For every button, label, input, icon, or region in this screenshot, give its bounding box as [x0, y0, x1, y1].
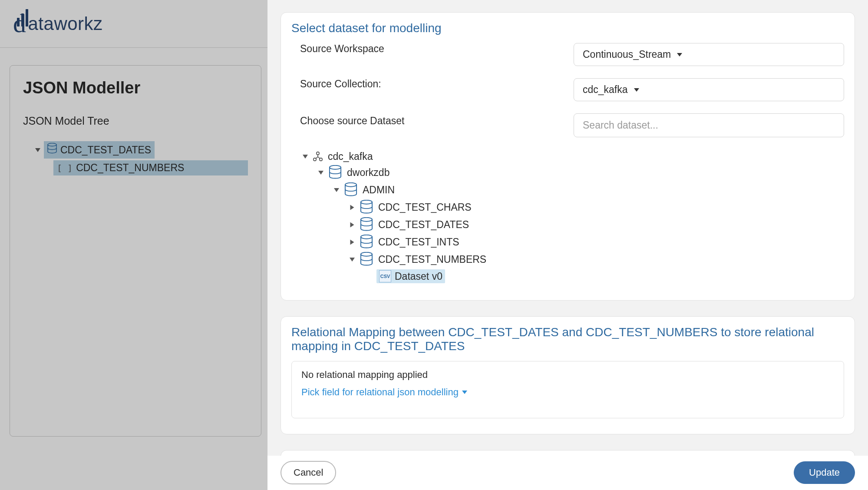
svg-point-6 [361, 200, 372, 204]
tree-node-db[interactable]: dworkzdb [316, 164, 844, 181]
tree-node-table[interactable]: CDC_TEST_INTS [347, 233, 844, 251]
source-workspace-dropdown[interactable]: Continuous_Stream [574, 43, 844, 66]
chevron-down-icon [303, 155, 308, 159]
svg-point-7 [361, 218, 372, 222]
tree-node-label: dworkzdb [347, 167, 389, 179]
tree-node-label: CDC_TEST_INTS [378, 236, 459, 248]
source-collection-dropdown[interactable]: cdc_kafka [574, 78, 844, 101]
chevron-down-icon [350, 258, 355, 262]
tree-node-label: ADMIN [363, 184, 395, 196]
tree-node-table[interactable]: CDC_TEST_NUMBERS [347, 251, 844, 268]
chevron-down-icon [462, 391, 467, 394]
dropdown-value: Continuous_Stream [583, 49, 671, 60]
tree-node-label: Dataset v0 [395, 271, 442, 282]
database-icon [359, 235, 374, 249]
select-date-header-card: Select date and header for CDC_TEST_NUMB… [281, 450, 855, 456]
card-title: Relational Mapping between CDC_TEST_DATE… [291, 325, 844, 353]
update-button[interactable]: Update [794, 461, 855, 484]
chevron-down-icon [334, 188, 339, 192]
tree-node-table[interactable]: CDC_TEST_DATES [347, 216, 844, 233]
modal-panel: Select dataset for modelling Source Work… [267, 0, 868, 490]
tree-node-schema[interactable]: ADMIN [331, 181, 844, 199]
card-title: Select dataset for modelling [291, 21, 844, 35]
modal-footer: Cancel Update [267, 456, 868, 490]
tree-node-table[interactable]: CDC_TEST_CHARS [347, 199, 844, 216]
cluster-icon [312, 151, 323, 162]
svg-point-9 [361, 252, 372, 256]
chevron-down-icon [318, 171, 323, 175]
caret-down-icon [634, 88, 639, 92]
tree-node-label: CDC_TEST_CHARS [378, 202, 472, 213]
chevron-right-icon [350, 222, 354, 227]
relational-mapping-card: Relational Mapping between CDC_TEST_DATE… [281, 316, 855, 434]
chevron-right-icon [350, 205, 354, 210]
svg-point-8 [361, 235, 372, 239]
tree-node-collection[interactable]: cdc_kafka [300, 149, 844, 164]
dropdown-value: cdc_kafka [583, 84, 628, 96]
source-dataset-tree: cdc_kafka dworkzdb ADMIN [291, 149, 844, 285]
tree-node-label: CDC_TEST_DATES [378, 219, 469, 231]
choose-dataset-label: Choose source Dataset [291, 113, 556, 127]
tree-node-label: CDC_TEST_NUMBERS [378, 254, 486, 265]
svg-point-1 [317, 152, 319, 154]
tree-node-dataset[interactable]: CSV Dataset v0 [374, 268, 844, 285]
pick-field-link[interactable]: Pick field for relational json modelling [301, 387, 834, 398]
chevron-right-icon [350, 239, 354, 245]
mapping-status-text: No relational mapping applied [301, 369, 834, 381]
database-icon [328, 165, 343, 180]
csv-icon: CSV [379, 270, 391, 282]
select-dataset-card: Select dataset for modelling Source Work… [281, 12, 855, 301]
database-icon [359, 200, 374, 215]
caret-down-icon [677, 53, 682, 56]
svg-point-4 [330, 166, 341, 169]
cancel-button[interactable]: Cancel [281, 461, 336, 484]
database-icon [343, 182, 358, 197]
source-collection-label: Source Collection: [291, 78, 556, 90]
mapping-inner-box: No relational mapping applied Pick field… [291, 361, 844, 418]
tree-node-label: cdc_kafka [328, 151, 373, 162]
svg-point-5 [345, 183, 356, 187]
database-icon [359, 217, 374, 232]
search-dataset-input[interactable]: Search dataset... [574, 113, 844, 137]
source-workspace-label: Source Workspace [291, 43, 556, 55]
database-icon [359, 252, 374, 267]
